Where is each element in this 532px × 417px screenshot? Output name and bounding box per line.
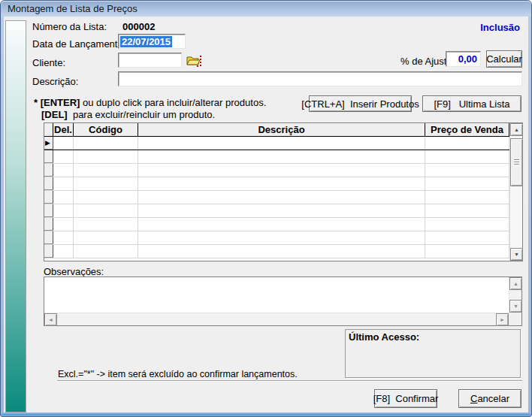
grid-rows: ▶ <box>44 137 509 261</box>
confirmar-button[interactable]: [F8] Confirmar <box>374 389 437 408</box>
grid-cell[interactable] <box>138 164 425 177</box>
numero-lista-value: 000002 <box>122 21 155 32</box>
grid-cell[interactable] <box>425 150 509 163</box>
obs-scroll-down-button[interactable]: ▼ <box>509 300 522 313</box>
grid-cell[interactable] <box>138 245 425 258</box>
instruction-text-2: para excluir/reincluir um produto. <box>68 109 216 120</box>
instruction-text-1: ou duplo click para incluir/alterar prod… <box>80 97 266 108</box>
table-row[interactable] <box>44 204 509 218</box>
grid-cell[interactable] <box>74 137 138 150</box>
grid-cell[interactable] <box>425 191 509 204</box>
titlebar[interactable]: Montagem de Lista de Preços <box>1 1 531 17</box>
arrow-up-icon: ▲ <box>514 127 519 132</box>
grid-cell[interactable] <box>53 191 74 204</box>
grid-cell[interactable] <box>425 204 509 217</box>
scrollbar-corner <box>509 313 521 325</box>
grid-cell[interactable] <box>74 164 138 177</box>
row-indicator-cell: ▶ <box>44 137 53 150</box>
row-indicator-cell <box>44 218 53 231</box>
grid-cell[interactable] <box>138 177 425 190</box>
grid-cell[interactable] <box>74 204 138 217</box>
data-lancamento-field[interactable]: 22/07/2015 <box>118 34 186 49</box>
grid-cell[interactable] <box>138 231 425 244</box>
excl-note: Excl.="*" -> item será excluído ao confi… <box>58 369 298 379</box>
products-grid[interactable]: Del. Código Descrição Preço de Venda ▶ ▲… <box>44 122 523 261</box>
arrow-down-icon: ▼ <box>513 304 518 309</box>
grid-header-del[interactable]: Del. <box>53 123 74 136</box>
left-gradient-strip <box>5 20 26 412</box>
grid-cell[interactable] <box>74 150 138 163</box>
grid-cell[interactable] <box>138 191 425 204</box>
window-title: Montagem de Lista de Preços <box>8 3 138 14</box>
inserir-produtos-button[interactable]: [CTRL+A] Inserir Produtos <box>309 95 412 112</box>
grid-cell[interactable] <box>138 218 425 231</box>
footer-divider <box>57 380 522 381</box>
grid-cell[interactable] <box>425 164 509 177</box>
observacoes-horizontal-scrollbar[interactable]: ◄ ► <box>44 313 509 325</box>
cliente-lookup-button[interactable] <box>185 53 203 68</box>
table-row[interactable] <box>44 177 509 191</box>
grid-vertical-scrollbar[interactable]: ▲ ▼ <box>509 123 522 261</box>
descricao-label: Descrição: <box>32 76 78 87</box>
observacoes-textarea[interactable]: ▲ ▼ ◄ ► <box>44 276 522 326</box>
grid-cell[interactable] <box>425 245 509 258</box>
cancelar-rest: ancelar <box>477 393 509 404</box>
table-row[interactable]: ▶ <box>44 137 509 150</box>
grid-cell[interactable] <box>425 218 509 231</box>
current-row-indicator-icon: ▶ <box>44 137 53 150</box>
folder-search-icon <box>186 54 202 68</box>
descricao-field[interactable] <box>118 71 522 86</box>
table-row[interactable] <box>44 245 509 258</box>
grid-cell[interactable] <box>74 177 138 190</box>
grid-cell[interactable] <box>74 218 138 231</box>
table-row[interactable] <box>44 150 509 164</box>
grid-scroll-down-button[interactable]: ▼ <box>510 248 523 261</box>
grid-cell[interactable] <box>53 218 74 231</box>
grid-cell[interactable] <box>53 231 74 244</box>
table-row[interactable] <box>44 231 509 245</box>
row-indicator-cell <box>44 164 53 177</box>
row-indicator-cell <box>44 191 53 204</box>
obs-scroll-up-button[interactable]: ▲ <box>509 277 522 290</box>
data-lancamento-label: Data de Lançamento: <box>32 38 125 50</box>
cliente-field[interactable] <box>118 53 182 68</box>
table-row[interactable] <box>44 164 509 177</box>
calcular-button[interactable]: Calcular <box>486 50 522 68</box>
obs-scroll-left-button[interactable]: ◄ <box>44 313 57 326</box>
table-row[interactable] <box>44 218 509 231</box>
grid-cell[interactable] <box>53 164 74 177</box>
ultima-lista-button[interactable]: [F9] Ultima Lista <box>422 95 521 112</box>
observacoes-label: Observações: <box>44 266 104 277</box>
grid-header-codigo[interactable]: Código <box>74 123 138 136</box>
cancelar-button[interactable]: Cancelar <box>458 389 521 408</box>
grid-cell[interactable] <box>53 204 74 217</box>
grid-header-preco[interactable]: Preço de Venda <box>425 123 509 136</box>
grid-header: Del. Código Descrição Preço de Venda <box>44 123 509 137</box>
grid-cell[interactable] <box>74 191 138 204</box>
grid-cell[interactable] <box>138 137 425 150</box>
grid-scroll-up-button[interactable]: ▲ <box>510 123 523 136</box>
grid-cell[interactable] <box>74 231 138 244</box>
ajuste-field[interactable]: 0,00 <box>446 51 481 67</box>
row-indicator-cell <box>44 177 53 190</box>
grid-cell[interactable] <box>138 204 425 217</box>
grid-cell[interactable] <box>53 245 74 258</box>
grid-cell[interactable] <box>74 245 138 258</box>
row-indicator-cell <box>44 150 53 163</box>
grid-cell[interactable] <box>425 177 509 190</box>
mode-badge: Inclusão <box>480 22 520 33</box>
grid-cell[interactable] <box>425 137 509 150</box>
table-row[interactable] <box>44 191 509 204</box>
grid-cell[interactable] <box>425 231 509 244</box>
grid-cell[interactable] <box>53 177 74 190</box>
obs-scroll-right-button[interactable]: ► <box>496 313 509 326</box>
grid-cell[interactable] <box>53 150 74 163</box>
instruction-line-1: * [ENTER] ou duplo click para incluir/al… <box>34 97 266 108</box>
grid-cell[interactable] <box>138 150 425 163</box>
grid-header-descricao[interactable]: Descrição <box>138 123 425 136</box>
instruction-key-del: [DEL] <box>41 109 68 120</box>
row-indicator-cell <box>44 245 53 258</box>
grid-cell[interactable] <box>53 137 74 150</box>
observacoes-vertical-scrollbar[interactable]: ▲ ▼ <box>509 277 521 313</box>
grid-scrollbar-thumb[interactable] <box>510 138 523 186</box>
